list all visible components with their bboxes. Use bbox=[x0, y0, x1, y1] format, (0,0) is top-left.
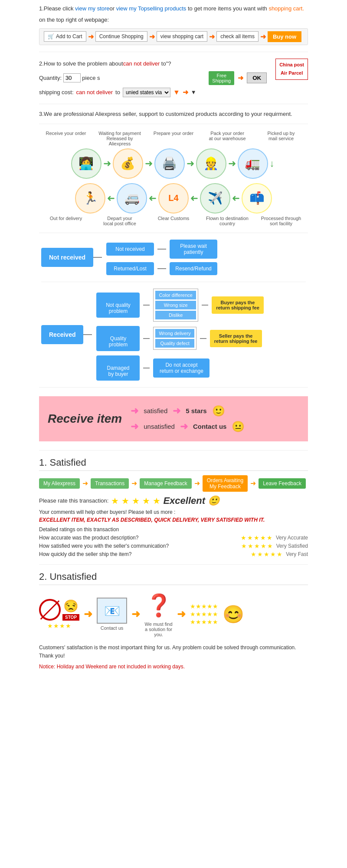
unsat-arrow3: ➜ bbox=[177, 608, 186, 620]
step-leave-feedback[interactable]: Leave Feedback bbox=[259, 478, 306, 489]
step-orders-awaiting[interactable]: Orders Awaiting My Feedback bbox=[203, 475, 248, 492]
not-received-result2: Resend/Refund bbox=[170, 262, 217, 275]
unsat-flow: 😒 STOP ★★★★ ➜ 📧 Contact us ➜ ❓ We must f… bbox=[39, 592, 308, 637]
unsatisfied-section: 2. Unsatisfied 😒 STOP ★★★★ ➜ bbox=[39, 571, 308, 670]
neutral-emoji: 😐 bbox=[232, 421, 245, 433]
view-store-link[interactable]: view my store bbox=[75, 5, 109, 12]
received-main: Received bbox=[41, 325, 83, 344]
buy-now-btn[interactable]: Buy now bbox=[268, 31, 301, 42]
process-label-0: Receive your order bbox=[42, 131, 90, 146]
wrong-size-box: Wrong size bbox=[155, 301, 196, 309]
view-cart-btn[interactable]: view shopping cart bbox=[157, 31, 207, 42]
color-diff-box: Color difference bbox=[155, 291, 196, 299]
free-shipping-box: Free Shipping bbox=[209, 71, 234, 85]
unsatisfied-title: 2. Unsatisfied bbox=[39, 571, 308, 585]
process-bottom-label-1: Depart your local post office bbox=[96, 216, 144, 226]
arrow-to-china: ➜ bbox=[183, 88, 188, 96]
cart-steps: 🛒 Add to Cart ➜ Continue Shopping ➜ view… bbox=[39, 28, 308, 45]
continue-label: Continue Shopping bbox=[99, 33, 144, 39]
process-arrow-b2: ➜ bbox=[149, 193, 157, 204]
rate-row: Please rate this transaction: ★ ★ ★ ★ ★ … bbox=[39, 495, 308, 506]
comment-label: Your comments will help other buyers! Pl… bbox=[39, 509, 308, 515]
rating-result-0: Very Accurate bbox=[276, 535, 308, 541]
five-stars-text: 5 stars bbox=[186, 407, 206, 414]
check-items-label: check all items bbox=[220, 33, 255, 39]
step-arrow3: ➜ bbox=[194, 479, 200, 487]
free-shipping-text: Free Shipping bbox=[212, 73, 231, 83]
no-return-box: Do not accept return or exchange bbox=[153, 358, 210, 378]
process-arrow-b4: ➜ bbox=[232, 193, 240, 204]
contact-us-label[interactable]: Contact us bbox=[101, 625, 124, 631]
wrong-delivery-box: Wrong delivery bbox=[155, 329, 194, 338]
not-received-diagram: Not received Not received Please wait pa… bbox=[41, 240, 306, 381]
process-icon-b1: 🚐 bbox=[117, 183, 147, 214]
process-arrow-5: ↓ bbox=[270, 158, 275, 169]
not-received-result1: Please wait patiently bbox=[170, 240, 217, 259]
process-icon-b0: 🏃 bbox=[75, 183, 105, 214]
china-post-line1: China post bbox=[279, 62, 304, 67]
process-icon-3: 👷 bbox=[196, 148, 226, 179]
process-arrow-b3: ➜ bbox=[190, 193, 198, 204]
ok-button[interactable]: OK bbox=[247, 72, 267, 83]
shipping-arrow: ➜ bbox=[238, 74, 243, 82]
divider7 bbox=[39, 450, 308, 450]
process-label-2: Prepare your order bbox=[150, 131, 197, 146]
excellent-label: Excellent 🙂 bbox=[163, 495, 219, 506]
continue-shopping-btn[interactable]: Continue Shopping bbox=[95, 31, 147, 42]
satisfied-text: satisfied bbox=[144, 407, 167, 414]
process-arrow-2: ➜ bbox=[145, 158, 153, 169]
happy-emoji: 🙂 bbox=[212, 405, 225, 417]
add-to-cart-btn[interactable]: 🛒 Add to Cart bbox=[44, 31, 86, 42]
rating-label-0: How accurate was the product description… bbox=[39, 535, 241, 541]
quality-defect-box: Quality defect bbox=[155, 339, 194, 348]
process-bottom-label-0: Out for delivery bbox=[42, 216, 90, 226]
process-icon-4: 🚛 bbox=[238, 148, 268, 179]
unsat-arrow1: ➜ bbox=[84, 608, 92, 620]
divider6 bbox=[39, 387, 308, 388]
process-section: Receive your order Waiting for payment R… bbox=[39, 131, 308, 226]
solution-label: We must find a solution for you. bbox=[145, 621, 173, 637]
bottom-text: Customers' satisfaction is the most impo… bbox=[39, 644, 308, 660]
section1-text3: to get more items you want with bbox=[186, 5, 268, 12]
satisfied-title: 1. Satisfied bbox=[39, 457, 308, 471]
check-items-btn[interactable]: check all items bbox=[216, 31, 259, 42]
divider3 bbox=[39, 124, 308, 124]
step-manage-feedback[interactable]: Manage Feedback bbox=[140, 478, 191, 489]
process-arrow-1: ➜ bbox=[103, 158, 111, 169]
divider1 bbox=[39, 52, 308, 52]
shipping-select[interactable]: unied states via bbox=[123, 88, 170, 97]
arrow2: ➜ bbox=[149, 33, 155, 41]
section1-intro: 1.Please click bbox=[39, 5, 75, 12]
cart-icon: 🛒 bbox=[48, 33, 54, 39]
section1: 1.Please click view my storeor view my T… bbox=[39, 4, 308, 45]
process-label-4: Picked up by mail service bbox=[257, 131, 305, 146]
star2: ★ bbox=[121, 496, 129, 506]
process-bottom-label-4: Processed through sort facility bbox=[257, 216, 305, 226]
step-transactions[interactable]: Transactions bbox=[91, 478, 129, 489]
topselling-link[interactable]: view my Topselling products bbox=[116, 5, 187, 12]
section3-text: 3.We are professional Aliexpress seller,… bbox=[39, 111, 308, 117]
step-my-aliexpress[interactable]: My Aliexpress bbox=[39, 478, 80, 489]
unsat-arrow2: ➜ bbox=[131, 608, 140, 620]
divider5 bbox=[41, 282, 306, 282]
rating-result-2: Very Fast bbox=[286, 551, 308, 557]
section2-text1: 2.How to solve the problem about bbox=[39, 60, 123, 67]
section1-text4: on the top right of webpage: bbox=[39, 16, 308, 25]
seller-pays-box: Seller pays the return shipping fee bbox=[210, 330, 262, 347]
add-to-cart-label: Add to Cart bbox=[56, 33, 82, 39]
process-label-1: Waiting for payment Released by Aliexpre… bbox=[96, 131, 144, 146]
section1-text: 1.Please click view my storeor view my T… bbox=[39, 4, 308, 13]
process-bottom-label-2: Clear Customs bbox=[150, 216, 197, 226]
quantity-input[interactable] bbox=[63, 73, 81, 82]
process-arrow-b1: ➜ bbox=[107, 193, 115, 204]
shipping-cannot-deliver: can not deliver bbox=[76, 89, 113, 95]
receive-item-section: Receive item ➜ satisfied ➜ 5 stars 🙂 ➜ u… bbox=[39, 396, 308, 441]
process-icon-b3: ✈️ bbox=[200, 183, 230, 214]
received-sub2: Quality problem bbox=[96, 326, 140, 351]
rating-result-1: Very Satisfied bbox=[276, 543, 308, 549]
star4: ★ bbox=[142, 496, 150, 506]
process-bottom-label-3: Flown to destination country bbox=[203, 216, 251, 226]
arrow1: ➜ bbox=[88, 33, 94, 41]
shopping-cart-link[interactable]: shopping cart. bbox=[268, 5, 304, 12]
receive-arrow2: ➜ bbox=[173, 405, 180, 417]
